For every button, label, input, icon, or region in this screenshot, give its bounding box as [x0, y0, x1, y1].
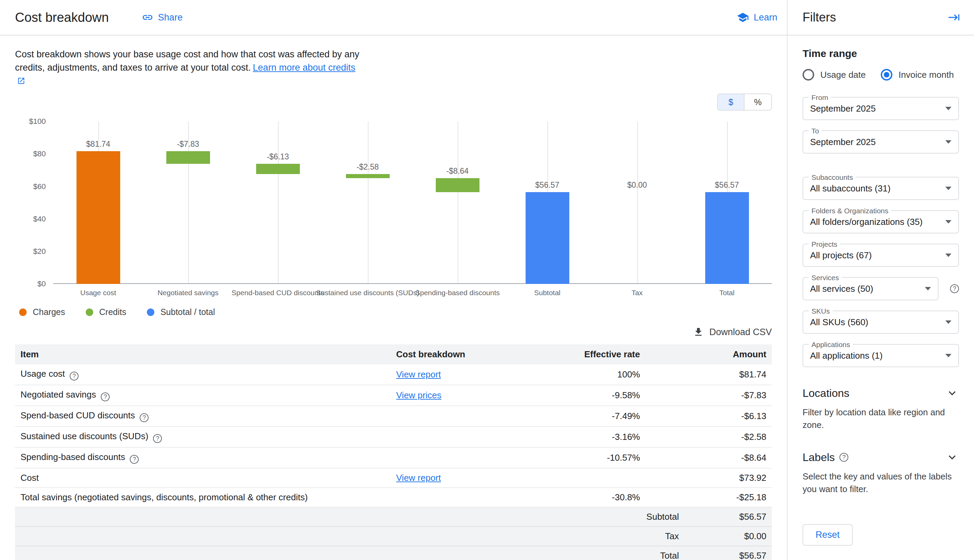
labels-expander[interactable]: Labels?	[803, 450, 959, 464]
table-row: Usage cost?View report100%$81.74	[15, 365, 772, 385]
projects-select[interactable]: ProjectsAll projects (67)	[803, 244, 959, 267]
legend-item: Subtotal / total	[147, 307, 215, 317]
item-cell: Total savings (negotiated savings, disco…	[15, 488, 391, 507]
bar-value-label: $0.00	[627, 180, 647, 190]
chart-xaxis: Usage costNegotiated savingsSpend-based …	[53, 284, 772, 300]
download-csv-button[interactable]: Download CSV	[693, 327, 772, 338]
item-label: Spending-based discounts	[20, 452, 125, 462]
skus-select-row: SKUsAll SKUs (560)	[803, 310, 959, 334]
filters-header: Filters	[787, 0, 974, 35]
item-label: Negotiated savings	[20, 389, 96, 400]
keyboard-tab-icon	[948, 11, 961, 23]
from-select[interactable]: FromSeptember 2025	[803, 97, 959, 120]
cost-breakdown-page: Cost breakdown Share Learn Cost breakdow…	[0, 0, 974, 560]
radio-label: Invoice month	[899, 70, 954, 80]
item-cell: Spending-based discounts?	[15, 447, 391, 468]
legend-label: Charges	[33, 307, 65, 317]
skus-select[interactable]: SKUsAll SKUs (560)	[803, 310, 959, 334]
item-cell: Cost	[15, 468, 391, 488]
legend-item: Credits	[86, 307, 126, 317]
dollar-toggle-button[interactable]: $	[717, 93, 745, 110]
projects-select-row: ProjectsAll projects (67)	[803, 244, 959, 267]
chart-bar-credit	[346, 174, 390, 178]
description: Cost breakdown shows your base usage cos…	[15, 48, 360, 88]
x-category-label: Subtotal	[534, 289, 560, 297]
gridline	[278, 122, 279, 283]
y-tick-label: $60	[33, 182, 46, 191]
radio-icon	[803, 69, 814, 80]
usage-date-radio[interactable]: Usage date	[803, 69, 866, 80]
radio-icon	[881, 69, 892, 80]
applications-select[interactable]: ApplicationsAll applications (1)	[803, 344, 959, 367]
chart-bar-subtotal	[526, 192, 569, 284]
table-header-row: Item Cost breakdown Effective rate Amoun…	[15, 344, 772, 365]
field-label: SKUs	[809, 307, 833, 315]
chart-bar-total	[705, 192, 749, 284]
field-label: Applications	[809, 340, 853, 348]
breakdown-cell	[391, 406, 540, 427]
table-row: Spending-based discounts?-10.57%-$8.64	[15, 447, 772, 468]
summary-row: Tax$0.00	[15, 527, 772, 546]
field-value: All subaccounts (31)	[810, 183, 940, 194]
labels-help-icon[interactable]: ?	[839, 453, 848, 462]
share-button[interactable]: Share	[142, 12, 183, 23]
filters-body: Time range Usage dateInvoice month FromS…	[787, 35, 974, 557]
chart-yaxis: $0$20$40$60$80$100	[15, 122, 53, 284]
reset-button[interactable]: Reset	[803, 524, 853, 546]
x-category-label: Spending-based discounts	[415, 289, 500, 297]
item-label: Total savings (negotiated savings, disco…	[20, 492, 308, 502]
field-label: Projects	[809, 240, 840, 248]
school-icon	[737, 11, 749, 23]
collapse-panel-button[interactable]	[948, 11, 961, 23]
field-value: September 2025	[810, 137, 940, 147]
item-cell: Sustained use discounts (SUDs)?	[15, 427, 391, 447]
bar-value-label: $56.57	[715, 180, 739, 190]
help-icon[interactable]: ?	[140, 413, 149, 422]
help-icon[interactable]: ?	[153, 434, 162, 443]
field-value: All services (50)	[810, 283, 919, 294]
subaccounts-select-row: SubaccountsAll subaccounts (31)	[803, 177, 959, 200]
table-row: Sustained use discounts (SUDs)?-3.16%-$2…	[15, 427, 772, 447]
field-label: Folders & Organizations	[809, 207, 891, 215]
help-icon[interactable]: ?	[130, 455, 139, 464]
services-select[interactable]: ServicesAll services (50)	[803, 277, 939, 300]
view-link[interactable]: View prices	[396, 390, 441, 400]
x-category-label: Usage cost	[80, 289, 116, 297]
column-header-item: Item	[15, 344, 391, 365]
field-label: Services	[809, 274, 842, 282]
y-tick-label: $0	[38, 280, 46, 288]
view-link[interactable]: View report	[396, 369, 441, 380]
field-label: To	[809, 127, 822, 135]
bar-value-label: $81.74	[86, 140, 110, 149]
invoice-month-radio[interactable]: Invoice month	[881, 69, 954, 80]
x-category-label: Total	[719, 289, 734, 297]
field-value: All folders/organizations (35)	[810, 217, 940, 227]
table-row: Spend-based CUD discounts?-7.49%-$6.13	[15, 406, 772, 427]
amount-cell: -$2.58	[645, 427, 772, 447]
help-icon[interactable]: ?	[101, 392, 110, 401]
to-select[interactable]: ToSeptember 2025	[803, 130, 959, 153]
help-icon[interactable]: ?	[950, 284, 959, 293]
dropdown-arrow-icon	[945, 187, 951, 190]
help-icon[interactable]: ?	[70, 372, 79, 380]
breakdown-cell: View report	[391, 365, 540, 385]
learn-button[interactable]: Learn	[737, 11, 777, 23]
item-label: Usage cost	[20, 368, 65, 379]
page-title: Cost breakdown	[15, 10, 109, 25]
locations-description: Filter by location data like region and …	[803, 406, 959, 432]
folders-organizations-select[interactable]: Folders & OrganizationsAll folders/organ…	[803, 210, 959, 233]
folders-organizations-select-row: Folders & OrganizationsAll folders/organ…	[803, 210, 959, 233]
summary-label: Tax	[665, 531, 679, 542]
view-link[interactable]: View report	[396, 473, 441, 483]
legend-item: Charges	[19, 307, 65, 317]
percent-toggle-button[interactable]: %	[745, 93, 772, 110]
amount-cell: -$25.18	[645, 488, 772, 507]
effective-rate-cell: 100%	[540, 365, 645, 385]
radio-label: Usage date	[820, 70, 866, 80]
locations-expander[interactable]: Locations	[803, 386, 959, 400]
from-select-row: FromSeptember 2025	[803, 97, 959, 120]
x-category-label: Sustained use discounts (SUDs)	[316, 289, 419, 297]
subaccounts-select[interactable]: SubaccountsAll subaccounts (31)	[803, 177, 959, 200]
summary-amount: $56.57	[679, 550, 766, 560]
x-category-label: Negotiated savings	[157, 289, 219, 297]
